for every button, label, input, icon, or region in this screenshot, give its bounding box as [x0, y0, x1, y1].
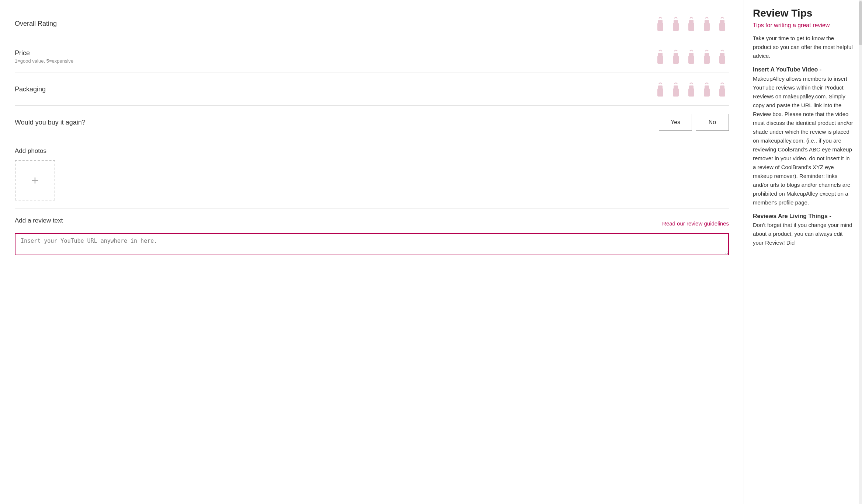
- svg-rect-7: [705, 20, 709, 24]
- svg-rect-0: [657, 23, 663, 31]
- add-photos-label: Add photos: [15, 147, 729, 155]
- svg-rect-25: [689, 85, 694, 89]
- living-things-body: Don't forget that if you change your min…: [753, 222, 852, 246]
- sidebar-body: Take your time to get to know the produc…: [753, 34, 853, 247]
- svg-rect-26: [704, 88, 710, 97]
- packaging-rating-stars[interactable]: [654, 81, 729, 97]
- packaging-star-1[interactable]: [654, 81, 667, 97]
- packaging-star-5[interactable]: [716, 81, 729, 97]
- review-guidelines-link[interactable]: Read our review guidelines: [662, 220, 729, 227]
- overall-star-4[interactable]: [700, 15, 713, 32]
- sidebar-insert-youtube: Insert A YouTube Video - MakeupAlley all…: [753, 65, 853, 207]
- svg-rect-13: [674, 53, 678, 56]
- svg-rect-2: [673, 23, 679, 31]
- price-rating-label: Price 1=good value, 5=expensive: [15, 49, 73, 64]
- main-panel: Overall Rating: [0, 0, 744, 504]
- svg-rect-20: [657, 88, 663, 97]
- packaging-rating-label: Packaging: [15, 85, 46, 93]
- svg-rect-8: [719, 23, 725, 31]
- yes-no-group: Yes No: [659, 114, 729, 131]
- svg-rect-11: [658, 53, 663, 56]
- packaging-star-4[interactable]: [700, 81, 713, 97]
- price-star-5[interactable]: [716, 48, 729, 64]
- svg-rect-5: [689, 20, 694, 24]
- review-text-section: Add a review text Read our review guidel…: [15, 209, 729, 265]
- svg-rect-3: [674, 20, 678, 24]
- packaging-rating-row: Packaging: [15, 73, 729, 106]
- overall-rating-label: Overall Rating: [15, 20, 57, 28]
- packaging-star-3[interactable]: [685, 81, 698, 97]
- sidebar-living-things: Reviews Are Living Things - Don't forget…: [753, 211, 853, 248]
- add-photos-section: Add photos +: [15, 139, 729, 209]
- svg-rect-22: [673, 88, 679, 97]
- sidebar-title: Review Tips: [753, 7, 853, 19]
- svg-rect-17: [705, 53, 709, 56]
- overall-star-2[interactable]: [669, 15, 682, 32]
- sidebar-subtitle: Tips for writing a great review: [753, 22, 853, 29]
- no-button[interactable]: No: [696, 114, 729, 131]
- photo-upload-box[interactable]: +: [15, 160, 55, 200]
- buy-again-label: Would you buy it again?: [15, 119, 86, 126]
- svg-rect-24: [688, 88, 694, 97]
- svg-rect-29: [720, 85, 724, 89]
- price-star-4[interactable]: [700, 48, 713, 64]
- sidebar: Review Tips Tips for writing a great rev…: [744, 0, 862, 504]
- price-star-2[interactable]: [669, 48, 682, 64]
- svg-rect-23: [674, 85, 678, 89]
- price-star-3[interactable]: [685, 48, 698, 64]
- packaging-star-2[interactable]: [669, 81, 682, 97]
- svg-rect-14: [688, 56, 694, 64]
- svg-rect-18: [719, 56, 725, 64]
- price-star-1[interactable]: [654, 48, 667, 64]
- price-rating-stars[interactable]: [654, 48, 729, 64]
- review-textarea[interactable]: [15, 233, 729, 255]
- review-text-label: Add a review text: [15, 217, 63, 224]
- price-rating-row: Price 1=good value, 5=expensive: [15, 40, 729, 73]
- sidebar-scrollable: Take your time to get to know the produc…: [753, 34, 853, 252]
- svg-rect-4: [688, 23, 694, 31]
- svg-rect-28: [719, 88, 725, 97]
- svg-rect-6: [704, 23, 710, 31]
- svg-rect-27: [705, 85, 709, 89]
- insert-youtube-body: MakeupAlley allows members to insert You…: [753, 76, 853, 206]
- svg-rect-1: [658, 20, 663, 24]
- scrollbar-track[interactable]: [859, 0, 862, 504]
- insert-youtube-heading: Insert A YouTube Video -: [753, 66, 821, 73]
- overall-star-5[interactable]: [716, 15, 729, 32]
- scrollbar-thumb[interactable]: [859, 1, 862, 45]
- overall-star-1[interactable]: [654, 15, 667, 32]
- plus-icon: +: [31, 174, 39, 186]
- overall-star-3[interactable]: [685, 15, 698, 32]
- svg-rect-21: [658, 85, 663, 89]
- overall-rating-row: Overall Rating: [15, 7, 729, 40]
- svg-rect-16: [704, 56, 710, 64]
- svg-rect-15: [689, 53, 694, 56]
- svg-rect-10: [657, 56, 663, 64]
- svg-rect-9: [720, 20, 724, 24]
- overall-rating-stars[interactable]: [654, 15, 729, 32]
- buy-again-row: Would you buy it again? Yes No: [15, 106, 729, 139]
- yes-button[interactable]: Yes: [659, 114, 692, 131]
- sidebar-body-start: Take your time to get to know the produc…: [753, 34, 853, 60]
- svg-rect-19: [720, 53, 724, 56]
- svg-rect-12: [673, 56, 679, 64]
- living-things-heading: Reviews Are Living Things -: [753, 213, 831, 219]
- review-header-row: Add a review text Read our review guidel…: [15, 217, 729, 230]
